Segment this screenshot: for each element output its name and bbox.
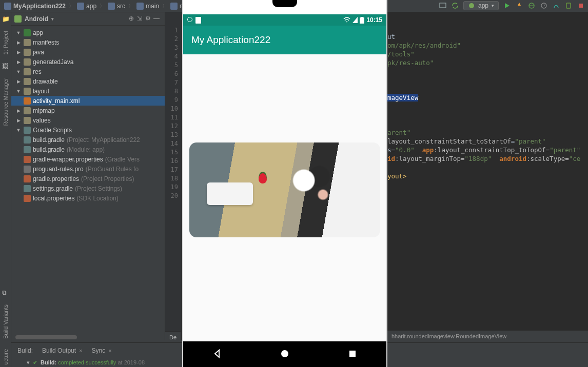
tree-node-build-gradle-project[interactable]: build.gradle (Project: MyApplication222 xyxy=(11,135,165,145)
folder-icon xyxy=(24,49,31,56)
project-tab-icon[interactable]: 📁 xyxy=(2,15,9,23)
folder-icon xyxy=(24,68,31,75)
line-number: 12 xyxy=(165,123,181,131)
phone-frame-top xyxy=(183,0,386,14)
nav-home-button[interactable] xyxy=(280,349,290,360)
breadcrumb-item[interactable]: app xyxy=(75,3,99,10)
close-icon[interactable]: × xyxy=(108,348,111,354)
chevron-right-icon: 〉 xyxy=(127,3,134,10)
folder-icon xyxy=(136,3,144,10)
tree-node-local-properties[interactable]: local.properties (SDK Location) xyxy=(11,193,165,203)
tree-node-java[interactable]: ▶java xyxy=(11,47,165,57)
tree-node-gradle-scripts[interactable]: ▼Gradle Scripts xyxy=(11,125,165,135)
profiler-icon[interactable] xyxy=(540,2,548,10)
code-editor[interactable]: ut om/apk/res/android" /tools" pk/res-au… xyxy=(387,12,588,341)
project-panel-header: Android ▾ ⊕ ⇲ ⚙ — xyxy=(11,12,165,26)
folder-icon xyxy=(108,3,115,10)
breadcrumb-item[interactable]: main xyxy=(134,3,161,10)
structure-tab[interactable]: ucture xyxy=(3,347,9,367)
module-icon xyxy=(24,29,31,36)
gradle-file-icon xyxy=(24,146,31,153)
close-icon[interactable]: × xyxy=(79,348,82,354)
line-number: 11 xyxy=(165,114,181,123)
svg-rect-6 xyxy=(579,4,583,8)
device-icon[interactable] xyxy=(439,2,447,10)
line-number: 13 xyxy=(165,131,181,140)
properties-file-icon xyxy=(24,175,31,182)
line-number: 19 xyxy=(165,184,181,192)
nav-back-button[interactable] xyxy=(212,349,222,360)
line-number: 14 xyxy=(165,140,181,149)
signal-icon xyxy=(352,17,358,23)
tree-node-settings-gradle[interactable]: settings.gradle (Project Settings) xyxy=(11,184,165,193)
resource-manager-icon[interactable]: 🖼 xyxy=(2,63,9,70)
tree-node-res[interactable]: ▼res xyxy=(11,67,165,76)
build-variants-icon[interactable]: ⧉ xyxy=(2,289,9,296)
resource-manager-tab[interactable]: Resource Manager xyxy=(3,76,9,128)
chevron-down-icon[interactable]: ▾ xyxy=(27,359,30,366)
svg-rect-5 xyxy=(566,3,571,8)
gear-icon[interactable]: ⚙ xyxy=(145,15,153,23)
hide-icon[interactable]: — xyxy=(153,15,162,23)
build-output-tab[interactable]: Build Output× xyxy=(39,346,85,355)
scrollbar-thumb[interactable] xyxy=(15,335,77,339)
folder-icon xyxy=(24,117,31,124)
tree-node-proguard[interactable]: proguard-rules.pro (ProGuard Rules fo xyxy=(11,164,165,174)
design-tab[interactable]: De xyxy=(165,331,181,342)
android-icon xyxy=(14,15,22,23)
tree-node-activity-main[interactable]: activity_main.xml xyxy=(11,96,165,106)
project-view-mode[interactable]: Android xyxy=(25,15,48,23)
line-number: 20 xyxy=(165,192,181,201)
target-icon[interactable]: ⊕ xyxy=(129,15,137,23)
android-nav-bar xyxy=(183,341,386,367)
line-number: 2 xyxy=(165,35,181,44)
line-number: 4 xyxy=(165,53,181,62)
tree-node-mipmap[interactable]: ▶mipmap xyxy=(11,106,165,115)
line-number: 3 xyxy=(165,44,181,53)
project-tree[interactable]: ▼app ▶manifests ▶java ▶generatedJava ▼re… xyxy=(11,26,165,205)
properties-file-icon xyxy=(24,195,31,202)
svg-point-9 xyxy=(281,350,288,357)
android-icon xyxy=(468,2,475,9)
stop-button[interactable] xyxy=(577,2,585,10)
status-icon xyxy=(187,17,192,22)
avd-icon[interactable] xyxy=(564,2,573,10)
attach-debugger-icon[interactable] xyxy=(552,2,560,10)
breadcrumb-item[interactable]: src xyxy=(106,3,127,10)
line-number: 18 xyxy=(165,175,181,184)
tree-node-values[interactable]: ▶values xyxy=(11,115,165,125)
project-tab[interactable]: 1: Project xyxy=(3,29,9,56)
sync-tab[interactable]: Sync× xyxy=(89,346,115,355)
folder-icon xyxy=(24,58,31,66)
nav-recents-button[interactable] xyxy=(347,349,358,360)
build-variants-tab[interactable]: Build Variants xyxy=(3,302,9,341)
tree-node-generatedjava[interactable]: ▶generatedJava xyxy=(11,57,165,67)
tree-node-gradle-wrapper[interactable]: gradle-wrapper.properties (Gradle Vers xyxy=(11,154,165,164)
tree-node-layout[interactable]: ▼layout xyxy=(11,86,165,96)
app-toolbar: My Application222 xyxy=(183,26,386,54)
left-tool-rail: 📁 1: Project 🖼 Resource Manager ⧉ Build … xyxy=(0,12,11,367)
app-content xyxy=(183,54,386,341)
collapse-icon[interactable]: ⇲ xyxy=(137,15,145,23)
tree-node-manifests[interactable]: ▶manifests xyxy=(11,37,165,47)
tree-node-app[interactable]: ▼app xyxy=(11,28,165,37)
horizontal-scrollbar[interactable] xyxy=(15,335,162,340)
apply-changes-icon[interactable] xyxy=(515,2,523,10)
rounded-image-view xyxy=(189,142,380,237)
debug-button[interactable] xyxy=(527,2,536,10)
run-config-dropdown[interactable]: app ▾ xyxy=(463,1,499,10)
check-icon: ✔ xyxy=(33,359,37,366)
battery-icon xyxy=(360,17,364,24)
tree-node-gradle-properties[interactable]: gradle.properties (Project Properties) xyxy=(11,174,165,184)
sync-icon[interactable] xyxy=(451,2,459,10)
breadcrumb-item[interactable]: MyApplication222 xyxy=(2,3,68,10)
build-label: Build: xyxy=(14,346,36,355)
line-number: 6 xyxy=(165,70,181,79)
gradle-file-icon xyxy=(24,185,31,192)
folder-icon xyxy=(24,107,31,114)
tree-node-drawable[interactable]: ▶drawable xyxy=(11,76,165,86)
editor-breadcrumb[interactable]: hharit.roundedimageview.RoundedImageView xyxy=(387,330,588,341)
tree-node-build-gradle-module[interactable]: build.gradle (Module: app) xyxy=(11,145,165,154)
chevron-down-icon[interactable]: ▾ xyxy=(51,16,54,22)
run-button[interactable] xyxy=(503,2,511,10)
